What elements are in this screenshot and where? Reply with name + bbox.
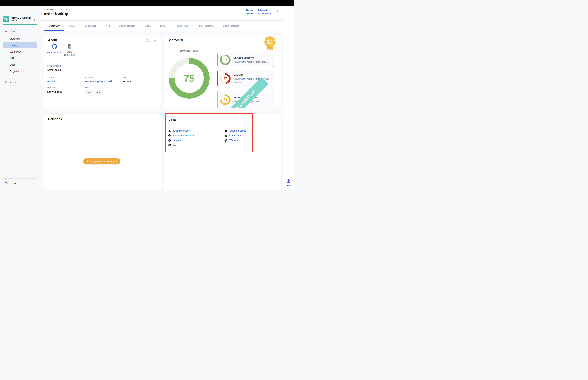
sidebar-item-register[interactable]: Register (3, 68, 37, 74)
scorecard-item-name: Service Maturity (233, 56, 272, 59)
type-value: service (123, 80, 131, 83)
svg-text:?: ? (169, 139, 170, 141)
globe-icon (168, 134, 171, 137)
relations-node-artist-lookup[interactable]: component:artist-lookup (83, 158, 120, 164)
tab-api[interactable]: API (101, 21, 114, 31)
globe-icon (224, 139, 227, 142)
refresh-icon[interactable] (146, 39, 149, 42)
tab-todo[interactable]: Todo (155, 21, 170, 31)
view-source-link[interactable]: VIEW SOURCE (46, 44, 62, 54)
system-label: SYSTEM (85, 76, 112, 78)
sidebar-item-workflows[interactable]: Workflows (3, 49, 37, 55)
sidebar-item-api[interactable]: API (3, 55, 37, 61)
tab-code-insights[interactable]: Code Insights (218, 21, 244, 31)
sidebar-item-search[interactable]: Search (0, 28, 40, 34)
sidebar-item-catalog[interactable]: Catalog (3, 42, 37, 48)
relations-node-label: component:artist-lookup (90, 160, 117, 163)
github-icon (52, 44, 57, 49)
about-title: About (48, 38, 156, 42)
user-menu[interactable]: DP Debabrata Panigrahi (4, 190, 35, 190)
page-title: artist-lookup (44, 12, 68, 16)
lifecycle-label: Lifecycle (258, 9, 271, 11)
chip-icon (86, 160, 89, 163)
description-label: DESCRIPTION (47, 65, 62, 67)
apps-grid-icon[interactable] (34, 18, 38, 21)
gear-icon (5, 81, 8, 84)
help-circle-icon: ? (168, 139, 171, 142)
sidebar-item-help[interactable]: ? Help (5, 181, 16, 185)
tab-pull-requests[interactable]: Pull Requests (193, 21, 218, 31)
service-maturity-gauge: 87 (220, 55, 230, 65)
link-link-with-cloud-icon[interactable]: Link with Cloud Icon (168, 134, 194, 137)
help-label: Help (11, 182, 16, 184)
link-website[interactable]: Website (224, 139, 238, 142)
link-dashboard[interactable]: Dashboard (224, 134, 241, 137)
view-source-label: VIEW SOURCE (46, 51, 62, 54)
security-standards-gauge: 74 (220, 95, 230, 105)
top-black-bar (0, 0, 294, 6)
type-label: TYPE (123, 76, 131, 78)
favorite-star-icon[interactable]: ☆ (71, 12, 74, 16)
view-techdocs-label: VIEW TECHDOCS (62, 50, 77, 57)
entity-header: COMPONENT — SERVICE artist-lookup ☆ Owne… (40, 6, 283, 20)
portal-title: Internal Developer Portal (11, 17, 31, 22)
kebab-menu-icon[interactable] (276, 9, 279, 15)
overall-score-gauge: 75 (169, 58, 209, 99)
admin-label: Admin (10, 81, 17, 84)
svg-text:?: ? (6, 182, 6, 183)
user-icon (168, 130, 171, 132)
system-value[interactable]: artist-engagement-portal (85, 80, 112, 83)
about-lifecycle-label: LIFECYCLE (47, 87, 62, 89)
right-gutter: AIDA (283, 6, 294, 190)
link-support[interactable]: ? Support (168, 139, 182, 142)
scorecard-title: Scorecard (168, 38, 278, 42)
tag-chip[interactable]: java (85, 90, 93, 95)
tab-bar: Overview CI/CD Scorecard API Dependencie… (40, 21, 283, 31)
owner-label: Owner (246, 9, 253, 11)
sidebar-divider (3, 75, 37, 75)
scorecard-item-service-maturity[interactable]: 87 Service Maturity Measures the reliabi… (217, 53, 274, 67)
edit-pencil-icon[interactable] (153, 39, 156, 42)
tab-dependencies[interactable]: Dependencies (114, 21, 140, 31)
owner-meta: Owner team-a (246, 9, 253, 15)
sidebar: Internal Developer Portal Search Overvie… (0, 6, 40, 190)
tab-kubernetes[interactable]: Kubernetes (170, 21, 193, 31)
help-chat-icon: ? (5, 182, 8, 185)
link-examples-users[interactable]: Examples Users (168, 130, 190, 132)
link-alerts[interactable]: Alerts (168, 144, 179, 147)
scorecard-card: Scorecard Overall Score 75 87 Service Ma… (164, 35, 281, 108)
relations-card: Relations component:artist-lookup (44, 114, 161, 190)
scorecard-item-name: DevOps (233, 73, 272, 76)
overall-score-label: Overall Score (169, 49, 209, 53)
dashboard-icon (224, 134, 227, 137)
about-card: About VIEW SOURCE (44, 35, 161, 108)
tab-docs[interactable]: Docs (140, 21, 155, 31)
links-card: Links Examples Users Link with Cloud Ico… (164, 114, 281, 190)
view-techdocs-link[interactable]: VIEW TECHDOCS (62, 44, 77, 57)
svg-text:Gold: Gold (267, 39, 272, 42)
aida-widget[interactable]: AIDA (283, 179, 294, 186)
entity-kind: COMPONENT — SERVICE (44, 9, 70, 11)
tab-scorecard[interactable]: Scorecard (80, 21, 101, 31)
scorecard-item-desc: Measures the reliability of this service (233, 60, 272, 63)
group-icon (224, 130, 227, 132)
relations-title: Relations (48, 117, 156, 121)
search-label: Search (10, 30, 18, 33)
link-example-group[interactable]: Example Group (224, 130, 246, 132)
sidebar-nav: Overview Catalog Workflows API Docs Regi… (3, 36, 37, 75)
about-owner-value[interactable]: team-a (47, 80, 55, 83)
sidebar-item-admin[interactable]: Admin (3, 79, 37, 86)
about-owner-label: OWNER (47, 76, 55, 78)
brand-divider (3, 24, 37, 25)
sidebar-item-overview[interactable]: Overview (3, 36, 37, 42)
tab-cicd[interactable]: CI/CD (64, 21, 80, 31)
description-value: Artist Lookup (47, 69, 62, 71)
tab-overview[interactable]: Overview (44, 21, 64, 31)
owner-value[interactable]: team-a (246, 12, 253, 15)
sidebar-item-docs[interactable]: Docs (3, 62, 37, 68)
overall-score-value: 75 (184, 73, 195, 84)
tag-chip[interactable]: data (95, 90, 103, 95)
aida-flower-icon (286, 179, 291, 184)
globe-icon (168, 144, 171, 147)
search-icon (5, 30, 8, 33)
